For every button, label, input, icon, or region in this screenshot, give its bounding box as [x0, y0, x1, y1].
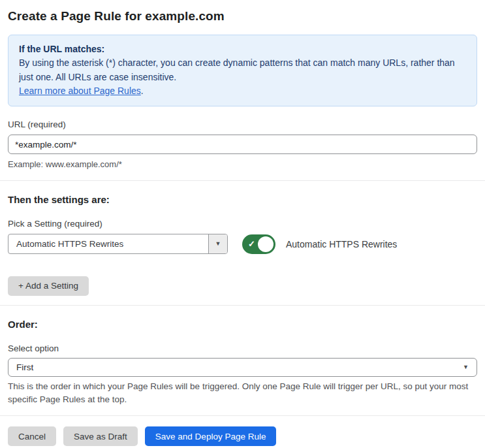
chevron-down-icon: ▼	[463, 364, 469, 370]
order-select[interactable]: First ▼	[8, 358, 477, 377]
divider	[0, 305, 485, 306]
order-select-value: First	[16, 362, 463, 372]
select-option-label: Select option	[8, 344, 477, 353]
url-matches-info-box: If the URL matches: By using the asteris…	[8, 35, 477, 106]
setting-select-arrow-button[interactable]: ▼	[208, 234, 227, 253]
toggle-label: Automatic HTTPS Rewrites	[286, 239, 397, 249]
order-heading: Order:	[8, 319, 477, 330]
page-rule-form: Create a Page Rule for example.com If th…	[0, 0, 485, 448]
setting-picker-column: Pick a Setting (required) Automatic HTTP…	[8, 219, 228, 254]
divider	[0, 415, 485, 416]
info-box-body: By using the asterisk (*) character, you…	[19, 56, 466, 84]
footer-actions: Cancel Save as Draft Save and Deploy Pag…	[8, 426, 477, 446]
order-helper: This is the order in which your Page Rul…	[8, 380, 477, 407]
check-icon: ✓	[248, 239, 255, 249]
learn-more-link[interactable]: Learn more about Page Rules	[19, 86, 141, 96]
cancel-button[interactable]: Cancel	[8, 426, 56, 446]
setting-select-value: Automatic HTTPS Rewrites	[8, 234, 208, 253]
save-as-draft-button[interactable]: Save as Draft	[63, 426, 138, 446]
page-title: Create a Page Rule for example.com	[8, 9, 477, 24]
chevron-down-icon: ▼	[215, 241, 221, 247]
url-input[interactable]	[8, 135, 477, 154]
url-label: URL (required)	[8, 120, 477, 129]
divider	[0, 180, 485, 181]
toggle-knob	[258, 236, 274, 252]
settings-heading: Then the settings are:	[8, 194, 477, 205]
automatic-https-rewrites-toggle[interactable]: ✓	[242, 234, 275, 254]
url-helper: Example: www.example.com/*	[8, 159, 477, 171]
setting-select[interactable]: Automatic HTTPS Rewrites ▼	[8, 234, 228, 254]
info-box-heading: If the URL matches:	[19, 42, 466, 56]
pick-setting-label: Pick a Setting (required)	[8, 219, 228, 229]
info-box-link-line: Learn more about Page Rules.	[19, 84, 466, 98]
link-period: .	[141, 86, 144, 96]
setting-row: Pick a Setting (required) Automatic HTTP…	[8, 219, 477, 254]
toggle-group: ✓ Automatic HTTPS Rewrites	[242, 234, 397, 254]
add-setting-button[interactable]: + Add a Setting	[8, 276, 89, 296]
save-and-deploy-button[interactable]: Save and Deploy Page Rule	[145, 426, 277, 446]
